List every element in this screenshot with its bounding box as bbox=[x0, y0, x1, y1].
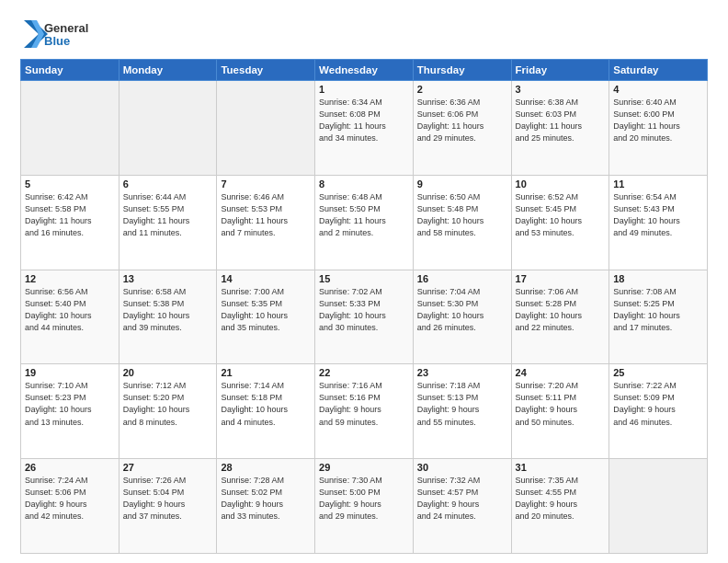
day-number: 15 bbox=[319, 273, 409, 284]
day-number: 28 bbox=[221, 462, 311, 473]
day-info: Sunrise: 7:14 AM Sunset: 5:18 PM Dayligh… bbox=[221, 380, 311, 428]
day-info: Sunrise: 6:34 AM Sunset: 6:08 PM Dayligh… bbox=[319, 97, 409, 144]
day-info: Sunrise: 7:28 AM Sunset: 5:02 PM Dayligh… bbox=[221, 475, 311, 523]
header: General Blue bbox=[20, 17, 708, 52]
svg-text:Blue: Blue bbox=[44, 34, 70, 48]
calendar-cell: 10Sunrise: 6:52 AM Sunset: 5:45 PM Dayli… bbox=[511, 175, 609, 270]
calendar-week-row: 26Sunrise: 7:24 AM Sunset: 5:06 PM Dayli… bbox=[21, 459, 708, 554]
day-info: Sunrise: 7:24 AM Sunset: 5:06 PM Dayligh… bbox=[25, 475, 115, 523]
calendar-cell: 14Sunrise: 7:00 AM Sunset: 5:35 PM Dayli… bbox=[217, 270, 315, 364]
calendar-cell bbox=[217, 81, 315, 176]
day-info: Sunrise: 6:42 AM Sunset: 5:58 PM Dayligh… bbox=[25, 191, 115, 239]
day-number: 12 bbox=[25, 273, 115, 284]
day-info: Sunrise: 6:38 AM Sunset: 6:03 PM Dayligh… bbox=[516, 97, 606, 144]
calendar-cell: 7Sunrise: 6:46 AM Sunset: 5:53 PM Daylig… bbox=[217, 175, 315, 270]
day-info: Sunrise: 7:00 AM Sunset: 5:35 PM Dayligh… bbox=[221, 286, 311, 334]
calendar-week-row: 12Sunrise: 6:56 AM Sunset: 5:40 PM Dayli… bbox=[21, 270, 708, 364]
day-info: Sunrise: 7:12 AM Sunset: 5:20 PM Dayligh… bbox=[123, 380, 213, 428]
day-number: 8 bbox=[319, 178, 409, 190]
day-info: Sunrise: 6:56 AM Sunset: 5:40 PM Dayligh… bbox=[25, 286, 115, 334]
calendar-cell: 30Sunrise: 7:32 AM Sunset: 4:57 PM Dayli… bbox=[413, 459, 511, 554]
day-number: 3 bbox=[516, 84, 606, 95]
calendar-cell: 4Sunrise: 6:40 AM Sunset: 6:00 PM Daylig… bbox=[609, 81, 708, 176]
day-number: 18 bbox=[613, 273, 703, 284]
day-number: 16 bbox=[417, 273, 507, 284]
day-info: Sunrise: 6:52 AM Sunset: 5:45 PM Dayligh… bbox=[516, 191, 606, 239]
day-number: 24 bbox=[516, 367, 606, 378]
calendar-cell: 27Sunrise: 7:26 AM Sunset: 5:04 PM Dayli… bbox=[119, 459, 217, 554]
day-number: 19 bbox=[25, 367, 115, 378]
day-of-week-header: Wednesday bbox=[315, 60, 414, 81]
day-of-week-header: Monday bbox=[119, 60, 217, 81]
day-of-week-header: Sunday bbox=[21, 60, 119, 81]
calendar-cell: 18Sunrise: 7:08 AM Sunset: 5:25 PM Dayli… bbox=[609, 270, 708, 364]
day-info: Sunrise: 6:48 AM Sunset: 5:50 PM Dayligh… bbox=[319, 191, 409, 239]
calendar-cell: 21Sunrise: 7:14 AM Sunset: 5:18 PM Dayli… bbox=[217, 364, 315, 459]
day-number: 11 bbox=[613, 178, 703, 190]
day-number: 4 bbox=[613, 84, 703, 95]
day-info: Sunrise: 6:36 AM Sunset: 6:06 PM Dayligh… bbox=[417, 97, 507, 144]
calendar-cell: 2Sunrise: 6:36 AM Sunset: 6:06 PM Daylig… bbox=[413, 81, 511, 176]
calendar-cell: 24Sunrise: 7:20 AM Sunset: 5:11 PM Dayli… bbox=[511, 364, 609, 459]
page: General Blue SundayMondayTuesdayWednesda… bbox=[0, 0, 728, 563]
day-number: 25 bbox=[613, 367, 703, 378]
day-number: 20 bbox=[123, 367, 213, 378]
day-of-week-header: Tuesday bbox=[217, 60, 315, 81]
day-number: 22 bbox=[319, 367, 409, 378]
day-number: 2 bbox=[417, 84, 507, 95]
day-info: Sunrise: 6:44 AM Sunset: 5:55 PM Dayligh… bbox=[123, 191, 213, 239]
calendar-cell: 12Sunrise: 6:56 AM Sunset: 5:40 PM Dayli… bbox=[21, 270, 119, 364]
day-number: 10 bbox=[516, 178, 606, 190]
day-info: Sunrise: 7:02 AM Sunset: 5:33 PM Dayligh… bbox=[319, 286, 409, 334]
day-info: Sunrise: 7:20 AM Sunset: 5:11 PM Dayligh… bbox=[516, 380, 606, 428]
day-number: 1 bbox=[319, 84, 409, 95]
day-number: 30 bbox=[417, 462, 507, 473]
calendar-cell: 6Sunrise: 6:44 AM Sunset: 5:55 PM Daylig… bbox=[119, 175, 217, 270]
day-info: Sunrise: 7:18 AM Sunset: 5:13 PM Dayligh… bbox=[417, 380, 507, 428]
calendar-header-row: SundayMondayTuesdayWednesdayThursdayFrid… bbox=[21, 60, 708, 81]
calendar-cell: 19Sunrise: 7:10 AM Sunset: 5:23 PM Dayli… bbox=[21, 364, 119, 459]
calendar-cell: 29Sunrise: 7:30 AM Sunset: 5:00 PM Dayli… bbox=[315, 459, 414, 554]
day-info: Sunrise: 7:08 AM Sunset: 5:25 PM Dayligh… bbox=[613, 286, 703, 334]
calendar-cell: 31Sunrise: 7:35 AM Sunset: 4:55 PM Dayli… bbox=[511, 459, 609, 554]
day-info: Sunrise: 7:04 AM Sunset: 5:30 PM Dayligh… bbox=[417, 286, 507, 334]
calendar-week-row: 19Sunrise: 7:10 AM Sunset: 5:23 PM Dayli… bbox=[21, 364, 708, 459]
day-info: Sunrise: 7:10 AM Sunset: 5:23 PM Dayligh… bbox=[25, 380, 115, 428]
calendar-cell: 16Sunrise: 7:04 AM Sunset: 5:30 PM Dayli… bbox=[413, 270, 511, 364]
day-info: Sunrise: 7:30 AM Sunset: 5:00 PM Dayligh… bbox=[319, 475, 409, 523]
calendar-cell bbox=[21, 81, 119, 176]
day-info: Sunrise: 7:35 AM Sunset: 4:55 PM Dayligh… bbox=[516, 475, 606, 523]
day-number: 6 bbox=[123, 178, 213, 190]
calendar-cell: 5Sunrise: 6:42 AM Sunset: 5:58 PM Daylig… bbox=[21, 175, 119, 270]
calendar-cell: 15Sunrise: 7:02 AM Sunset: 5:33 PM Dayli… bbox=[315, 270, 414, 364]
calendar-cell: 20Sunrise: 7:12 AM Sunset: 5:20 PM Dayli… bbox=[119, 364, 217, 459]
calendar-week-row: 1Sunrise: 6:34 AM Sunset: 6:08 PM Daylig… bbox=[21, 81, 708, 176]
day-info: Sunrise: 6:40 AM Sunset: 6:00 PM Dayligh… bbox=[613, 97, 703, 144]
day-number: 9 bbox=[417, 178, 507, 190]
day-number: 29 bbox=[319, 462, 409, 473]
day-of-week-header: Friday bbox=[511, 60, 609, 81]
svg-text:General: General bbox=[44, 21, 88, 35]
calendar-cell: 11Sunrise: 6:54 AM Sunset: 5:43 PM Dayli… bbox=[609, 175, 708, 270]
calendar-week-row: 5Sunrise: 6:42 AM Sunset: 5:58 PM Daylig… bbox=[21, 175, 708, 270]
logo: General Blue bbox=[20, 17, 103, 52]
day-number: 26 bbox=[25, 462, 115, 473]
day-number: 17 bbox=[516, 273, 606, 284]
day-number: 21 bbox=[221, 367, 311, 378]
calendar-cell: 26Sunrise: 7:24 AM Sunset: 5:06 PM Dayli… bbox=[21, 459, 119, 554]
logo-svg: General Blue bbox=[20, 17, 103, 52]
day-info: Sunrise: 7:22 AM Sunset: 5:09 PM Dayligh… bbox=[613, 380, 703, 428]
day-info: Sunrise: 6:54 AM Sunset: 5:43 PM Dayligh… bbox=[613, 191, 703, 239]
day-of-week-header: Saturday bbox=[609, 60, 708, 81]
day-info: Sunrise: 7:26 AM Sunset: 5:04 PM Dayligh… bbox=[123, 475, 213, 523]
day-info: Sunrise: 7:16 AM Sunset: 5:16 PM Dayligh… bbox=[319, 380, 409, 428]
calendar-cell: 3Sunrise: 6:38 AM Sunset: 6:03 PM Daylig… bbox=[511, 81, 609, 176]
calendar: SundayMondayTuesdayWednesdayThursdayFrid… bbox=[20, 59, 708, 554]
day-number: 23 bbox=[417, 367, 507, 378]
day-number: 13 bbox=[123, 273, 213, 284]
day-info: Sunrise: 6:50 AM Sunset: 5:48 PM Dayligh… bbox=[417, 191, 507, 239]
calendar-cell: 22Sunrise: 7:16 AM Sunset: 5:16 PM Dayli… bbox=[315, 364, 414, 459]
calendar-cell: 1Sunrise: 6:34 AM Sunset: 6:08 PM Daylig… bbox=[315, 81, 414, 176]
calendar-cell: 17Sunrise: 7:06 AM Sunset: 5:28 PM Dayli… bbox=[511, 270, 609, 364]
calendar-cell bbox=[119, 81, 217, 176]
